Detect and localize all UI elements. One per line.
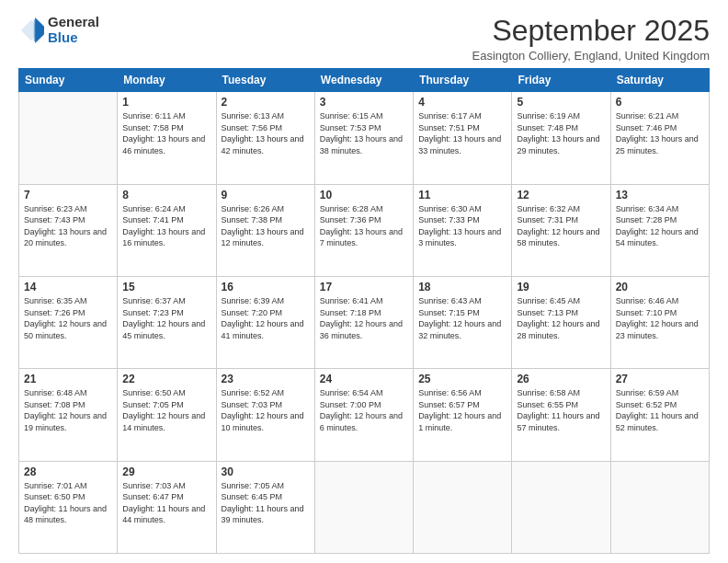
day-info: Sunrise: 6:32 AMSunset: 7:31 PMDaylight:… (517, 203, 605, 249)
day-number: 1 (122, 96, 210, 109)
table-row: 1Sunrise: 6:11 AMSunset: 7:58 PMDaylight… (118, 92, 216, 184)
logo-general: General (48, 15, 99, 30)
table-row: 5Sunrise: 6:19 AMSunset: 7:48 PMDaylight… (512, 92, 610, 184)
table-row: 13Sunrise: 6:34 AMSunset: 7:28 PMDayligh… (610, 184, 709, 276)
logo-blue: Blue (48, 30, 99, 46)
location-subtitle: Easington Colliery, England, United King… (472, 49, 710, 63)
table-row: 25Sunrise: 6:56 AMSunset: 6:57 PMDayligh… (414, 369, 512, 461)
calendar-week-row: 21Sunrise: 6:48 AMSunset: 7:08 PMDayligh… (19, 369, 710, 461)
table-row: 2Sunrise: 6:13 AMSunset: 7:56 PMDaylight… (216, 92, 314, 184)
table-row: 4Sunrise: 6:17 AMSunset: 7:51 PMDaylight… (414, 92, 512, 184)
day-number: 20 (616, 281, 704, 293)
day-number: 29 (122, 465, 210, 478)
day-number: 22 (122, 373, 210, 385)
table-row: 10Sunrise: 6:28 AMSunset: 7:36 PMDayligh… (314, 184, 413, 276)
table-row (314, 461, 413, 553)
day-info: Sunrise: 6:46 AMSunset: 7:10 PMDaylight:… (616, 295, 704, 341)
svg-marker-2 (35, 17, 44, 43)
day-info: Sunrise: 6:24 AMSunset: 7:41 PMDaylight:… (122, 203, 210, 249)
table-row: 28Sunrise: 7:01 AMSunset: 6:50 PMDayligh… (19, 461, 118, 553)
day-number: 17 (320, 281, 408, 293)
table-row: 22Sunrise: 6:50 AMSunset: 7:05 PMDayligh… (118, 369, 216, 461)
day-info: Sunrise: 6:17 AMSunset: 7:51 PMDaylight:… (418, 110, 506, 156)
table-row: 16Sunrise: 6:39 AMSunset: 7:20 PMDayligh… (216, 276, 314, 368)
day-number: 26 (517, 373, 605, 385)
day-number: 18 (418, 281, 506, 293)
calendar-header-row: Sunday Monday Tuesday Wednesday Thursday… (19, 69, 710, 92)
table-row: 20Sunrise: 6:46 AMSunset: 7:10 PMDayligh… (610, 276, 709, 368)
table-row: 17Sunrise: 6:41 AMSunset: 7:18 PMDayligh… (314, 276, 413, 368)
calendar-week-row: 14Sunrise: 6:35 AMSunset: 7:26 PMDayligh… (19, 276, 710, 368)
day-info: Sunrise: 6:39 AMSunset: 7:20 PMDaylight:… (222, 295, 310, 341)
day-number: 14 (24, 281, 112, 293)
col-wednesday: Wednesday (314, 69, 413, 92)
table-row: 15Sunrise: 6:37 AMSunset: 7:23 PMDayligh… (118, 276, 216, 368)
table-row: 14Sunrise: 6:35 AMSunset: 7:26 PMDayligh… (19, 276, 118, 368)
day-info: Sunrise: 6:11 AMSunset: 7:58 PMDaylight:… (122, 110, 210, 156)
table-row: 6Sunrise: 6:21 AMSunset: 7:46 PMDaylight… (610, 92, 709, 184)
col-thursday: Thursday (414, 69, 512, 92)
day-number: 5 (517, 96, 605, 109)
table-row: 30Sunrise: 7:05 AMSunset: 6:45 PMDayligh… (216, 461, 314, 553)
table-row: 26Sunrise: 6:58 AMSunset: 6:55 PMDayligh… (512, 369, 610, 461)
day-info: Sunrise: 6:54 AMSunset: 7:00 PMDaylight:… (320, 387, 408, 433)
table-row: 9Sunrise: 6:26 AMSunset: 7:38 PMDaylight… (216, 184, 314, 276)
calendar-table: Sunday Monday Tuesday Wednesday Thursday… (18, 68, 710, 554)
day-number: 8 (122, 189, 210, 201)
day-number: 21 (24, 373, 112, 385)
col-sunday: Sunday (19, 69, 118, 92)
table-row (414, 461, 512, 553)
page: General Blue September 2025 Easington Co… (0, 0, 728, 563)
day-number: 16 (222, 281, 310, 293)
table-row: 29Sunrise: 7:03 AMSunset: 6:47 PMDayligh… (118, 461, 216, 553)
day-number: 15 (122, 281, 210, 293)
day-info: Sunrise: 6:21 AMSunset: 7:46 PMDaylight:… (616, 110, 704, 156)
table-row (610, 461, 709, 553)
day-number: 12 (517, 189, 605, 201)
day-number: 27 (616, 373, 704, 385)
day-info: Sunrise: 6:37 AMSunset: 7:23 PMDaylight:… (122, 295, 210, 341)
col-friday: Friday (512, 69, 610, 92)
day-info: Sunrise: 7:01 AMSunset: 6:50 PMDaylight:… (24, 480, 112, 526)
table-row (19, 92, 118, 184)
day-info: Sunrise: 6:28 AMSunset: 7:36 PMDaylight:… (320, 203, 408, 249)
day-info: Sunrise: 6:45 AMSunset: 7:13 PMDaylight:… (517, 295, 605, 341)
logo-text: General Blue (48, 15, 99, 45)
table-row: 11Sunrise: 6:30 AMSunset: 7:33 PMDayligh… (414, 184, 512, 276)
table-row: 24Sunrise: 6:54 AMSunset: 7:00 PMDayligh… (314, 369, 413, 461)
table-row: 3Sunrise: 6:15 AMSunset: 7:53 PMDaylight… (314, 92, 413, 184)
title-block: September 2025 Easington Colliery, Engla… (472, 15, 710, 63)
col-saturday: Saturday (610, 69, 709, 92)
table-row: 12Sunrise: 6:32 AMSunset: 7:31 PMDayligh… (512, 184, 610, 276)
day-info: Sunrise: 6:23 AMSunset: 7:43 PMDaylight:… (24, 203, 112, 249)
table-row: 23Sunrise: 6:52 AMSunset: 7:03 PMDayligh… (216, 369, 314, 461)
day-info: Sunrise: 6:35 AMSunset: 7:26 PMDaylight:… (24, 295, 112, 341)
day-number: 3 (320, 96, 408, 109)
col-tuesday: Tuesday (216, 69, 314, 92)
day-info: Sunrise: 6:48 AMSunset: 7:08 PMDaylight:… (24, 387, 112, 433)
table-row: 18Sunrise: 6:43 AMSunset: 7:15 PMDayligh… (414, 276, 512, 368)
table-row: 27Sunrise: 6:59 AMSunset: 6:52 PMDayligh… (610, 369, 709, 461)
day-number: 23 (222, 373, 310, 385)
day-info: Sunrise: 6:58 AMSunset: 6:55 PMDaylight:… (517, 387, 605, 433)
logo: General Blue (18, 15, 99, 45)
day-number: 2 (222, 96, 310, 109)
day-number: 11 (418, 189, 506, 201)
day-info: Sunrise: 6:43 AMSunset: 7:15 PMDaylight:… (418, 295, 506, 341)
calendar-week-row: 7Sunrise: 6:23 AMSunset: 7:43 PMDaylight… (19, 184, 710, 276)
day-number: 10 (320, 189, 408, 201)
day-number: 28 (24, 465, 112, 478)
day-info: Sunrise: 6:30 AMSunset: 7:33 PMDaylight:… (418, 203, 506, 249)
day-number: 4 (418, 96, 506, 109)
table-row (512, 461, 610, 553)
day-number: 24 (320, 373, 408, 385)
day-number: 6 (616, 96, 704, 109)
day-info: Sunrise: 6:19 AMSunset: 7:48 PMDaylight:… (517, 110, 605, 156)
day-number: 9 (222, 189, 310, 201)
day-info: Sunrise: 6:52 AMSunset: 7:03 PMDaylight:… (222, 387, 310, 433)
table-row: 21Sunrise: 6:48 AMSunset: 7:08 PMDayligh… (19, 369, 118, 461)
calendar-week-row: 1Sunrise: 6:11 AMSunset: 7:58 PMDaylight… (19, 92, 710, 184)
day-number: 19 (517, 281, 605, 293)
day-info: Sunrise: 6:15 AMSunset: 7:53 PMDaylight:… (320, 110, 408, 156)
logo-icon (18, 17, 44, 43)
